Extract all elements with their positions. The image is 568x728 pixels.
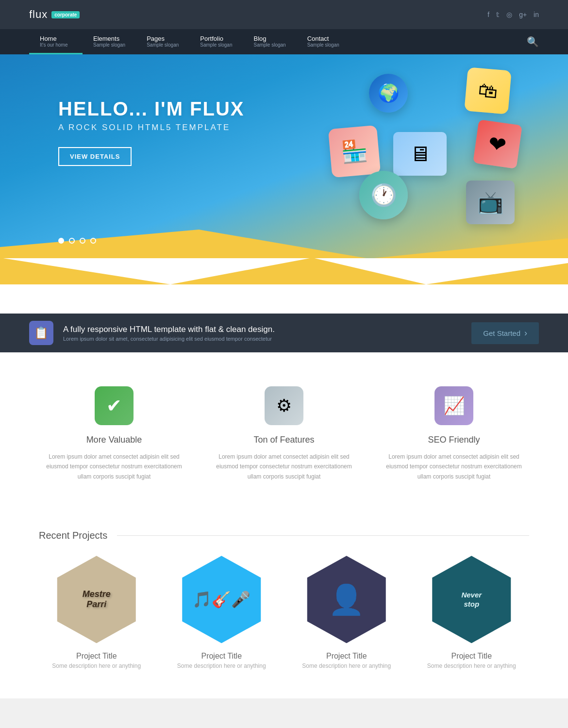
project-item-4[interactable]: Neverstop Project Title Some description… xyxy=(414,556,530,669)
nav-item-portfolio[interactable]: Portfolio Sample slogan xyxy=(189,29,243,54)
project-hex-inner-3: 👤 xyxy=(303,556,390,643)
project-hex-inner-1: MestreParri xyxy=(53,556,140,643)
dribbble-icon[interactable]: ◎ xyxy=(506,11,512,18)
hero-title: HELLO... I'M FLUX xyxy=(58,98,568,120)
project-hex-3: 👤 xyxy=(303,556,390,643)
feature-title-1: More Valuable xyxy=(39,435,189,445)
logo[interactable]: flux corporate xyxy=(29,8,80,21)
hero-subtitle: A ROCK SOLID HTML5 TEMPLATE xyxy=(58,123,568,132)
nav-slogan-elements: Sample slogan xyxy=(93,42,125,48)
nav-item-blog[interactable]: Blog Sample slogan xyxy=(243,29,296,54)
project-title-1: Project Title xyxy=(39,652,154,661)
feature-item-2: ⚙ Ton of Features Lorem ipsum dolor amet… xyxy=(209,386,359,481)
project-hex-inner-2: 🎵🎸🎤 xyxy=(178,556,265,643)
project-desc-4: Some description here or anything xyxy=(414,662,530,669)
tagline-sub: Lorem ipsum dolor sit amet, consectetur … xyxy=(63,336,275,342)
chart-icon: 📈 xyxy=(443,396,465,416)
nav-item-elements[interactable]: Elements Sample slogan xyxy=(83,29,136,54)
features-section: ✔ More Valuable Lorem ipsum dolor amet c… xyxy=(0,352,568,511)
nav-item-contact[interactable]: Contact Sample slogan xyxy=(297,29,350,54)
feature-item-3: 📈 SEO Friendly Lorem ipsum dolor amet co… xyxy=(379,386,529,481)
feature-icon-features: ⚙ xyxy=(265,386,303,425)
nav-label-contact: Contact xyxy=(307,35,339,42)
project-desc-1: Some description here or anything xyxy=(39,662,154,669)
twitter-icon[interactable]: 𝕥 xyxy=(496,11,500,18)
tagline-main: A fully responsive HTML template with fl… xyxy=(63,325,275,334)
feature-icon-valuable: ✔ xyxy=(95,386,134,425)
tagline-bar: 📋 A fully responsive HTML template with … xyxy=(0,314,568,352)
main-nav: Home It's our home Elements Sample sloga… xyxy=(0,29,568,54)
project-title-2: Project Title xyxy=(164,652,280,661)
project-desc-3: Some description here or anything xyxy=(289,662,404,669)
feature-title-2: Ton of Features xyxy=(209,435,359,445)
nav-label-portfolio: Portfolio xyxy=(200,35,232,42)
project-title-4: Project Title xyxy=(414,652,530,661)
arrow-icon: › xyxy=(524,328,527,338)
get-started-button[interactable]: Get Started › xyxy=(471,322,539,344)
feature-item-1: ✔ More Valuable Lorem ipsum dolor amet c… xyxy=(39,386,189,481)
clock-icon: 🕐 xyxy=(359,171,408,219)
nav-slogan-portfolio: Sample slogan xyxy=(200,42,232,48)
project-hex-inner-4: Neverstop xyxy=(428,556,515,643)
nav-slogan-home: It's our home xyxy=(40,42,72,48)
feature-desc-3: Lorem ipsum dolor amet consectet adipisi… xyxy=(379,452,529,481)
feature-desc-1: Lorem ipsum dolor amet consectet adipisi… xyxy=(39,452,189,481)
project-hex-4: Neverstop xyxy=(428,556,515,643)
feature-icon-seo: 📈 xyxy=(434,386,473,425)
dot-1[interactable] xyxy=(58,238,64,244)
project-hex-1: MestreParri xyxy=(53,556,140,643)
recent-projects-section: Recent Projects MestreParri Project Titl… xyxy=(0,511,568,698)
feature-title-3: SEO Friendly xyxy=(379,435,529,445)
nav-slogan-pages: Sample slogan xyxy=(147,42,179,48)
dot-4[interactable] xyxy=(90,238,96,244)
nav-label-pages: Pages xyxy=(147,35,179,42)
linkedin-icon[interactable]: in xyxy=(534,11,539,18)
search-button[interactable]: 🔍 xyxy=(527,29,539,54)
logo-text: flux xyxy=(29,8,48,21)
tagline-icon: 📋 xyxy=(29,321,53,345)
hero-content: HELLO... I'M FLUX A ROCK SOLID HTML5 TEM… xyxy=(0,54,568,166)
tagline-left: 📋 A fully responsive HTML template with … xyxy=(29,321,275,345)
toggle-icon: ⚙ xyxy=(276,396,292,416)
list-icon: 📋 xyxy=(34,326,49,340)
nav-label-home: Home xyxy=(40,35,72,42)
get-started-label: Get Started xyxy=(483,329,520,337)
dot-3[interactable] xyxy=(80,238,85,244)
tagline-text-block: A fully responsive HTML template with fl… xyxy=(63,325,275,342)
stats-section: What is Going on at FLUX 📋 📋 📋 📋 📋 📋 📋 📋… xyxy=(0,698,568,728)
nav-slogan-contact: Sample slogan xyxy=(307,42,339,48)
nav-item-pages[interactable]: Pages Sample slogan xyxy=(136,29,189,54)
project-hex-label-3: 👤 xyxy=(328,582,365,617)
hero-section: HELLO... I'M FLUX A ROCK SOLID HTML5 TEM… xyxy=(0,54,568,258)
nav-label-elements: Elements xyxy=(93,35,125,42)
search-icon: 🔍 xyxy=(527,36,539,48)
project-item-1[interactable]: MestreParri Project Title Some descripti… xyxy=(39,556,154,669)
hero-cta-button[interactable]: VIEW DETAILS xyxy=(58,147,132,166)
dot-2[interactable] xyxy=(69,238,75,244)
projects-grid: MestreParri Project Title Some descripti… xyxy=(39,556,529,669)
social-icons: f 𝕥 ◎ g+ in xyxy=(487,11,539,18)
nav-slogan-blog: Sample slogan xyxy=(253,42,285,48)
nav-label-blog: Blog xyxy=(253,35,285,42)
feature-desc-2: Lorem ipsum dolor amet consectet adipisi… xyxy=(209,452,359,481)
project-title-3: Project Title xyxy=(289,652,404,661)
slider-dots xyxy=(58,238,96,244)
project-desc-2: Some description here or anything xyxy=(164,662,280,669)
recent-projects-title: Recent Projects xyxy=(39,530,529,541)
googleplus-icon[interactable]: g+ xyxy=(519,11,527,18)
project-item-2[interactable]: 🎵🎸🎤 Project Title Some description here … xyxy=(164,556,280,669)
facebook-icon[interactable]: f xyxy=(487,11,489,18)
logo-badge: corporate xyxy=(51,11,80,18)
project-hex-label-1: MestreParri xyxy=(83,589,111,610)
project-hex-2: 🎵🎸🎤 xyxy=(178,556,265,643)
nav-item-home[interactable]: Home It's our home xyxy=(29,29,83,54)
site-header: flux corporate f 𝕥 ◎ g+ in xyxy=(0,0,568,29)
project-hex-label-2: 🎵🎸🎤 xyxy=(192,590,251,609)
wave-accent xyxy=(0,258,568,284)
project-hex-label-4: Neverstop xyxy=(461,590,482,609)
features-grid: ✔ More Valuable Lorem ipsum dolor amet c… xyxy=(39,386,529,481)
project-item-3[interactable]: 👤 Project Title Some description here or… xyxy=(289,556,404,669)
tv-icon: 📺 xyxy=(466,181,515,224)
checkmark-icon: ✔ xyxy=(106,395,122,416)
